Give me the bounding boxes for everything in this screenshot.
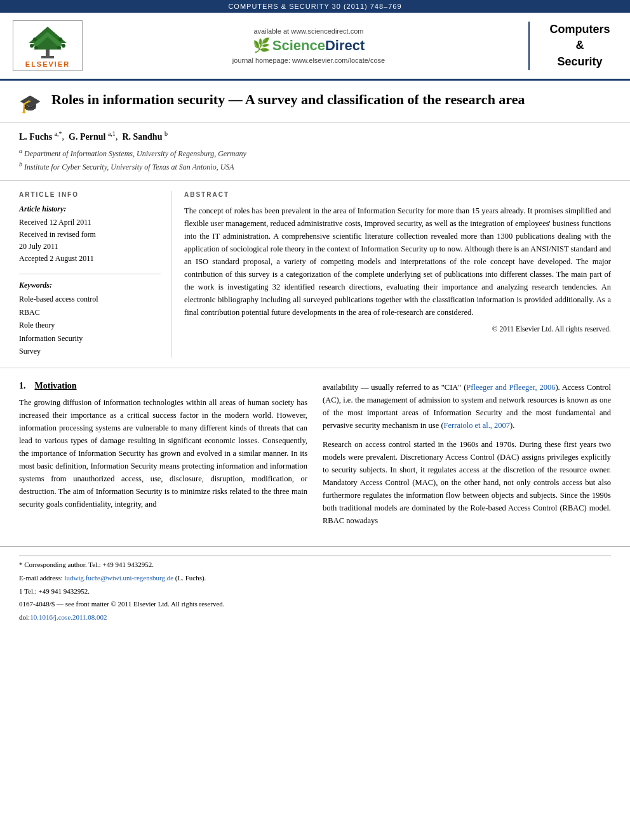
body-left-column: 1. Motivation The growing diffusion of i… bbox=[19, 381, 307, 533]
sciencedirect-text: ScienceDirect bbox=[272, 37, 365, 54]
footer-divider bbox=[19, 556, 611, 556]
author-3: R. Sandhu bbox=[122, 132, 162, 142]
elsevier-wordmark: ELSEVIER bbox=[25, 60, 70, 68]
graduation-icon: 🎓 bbox=[19, 93, 41, 114]
section-1-header: 1. Motivation bbox=[19, 381, 307, 391]
abstract-column: ABSTRACT The concept of roles has been p… bbox=[184, 191, 611, 358]
affiliation-marker-c: b bbox=[164, 130, 168, 137]
svg-point-6 bbox=[58, 37, 62, 41]
journal-homepage-text: journal homepage: www.elsevier.com/locat… bbox=[232, 57, 385, 64]
history-received: Received 12 April 2011 bbox=[19, 217, 161, 229]
journal-citation-bar: COMPUTERS & SECURITY 30 (2011) 748–769 bbox=[0, 0, 630, 13]
section-1-title: Motivation bbox=[35, 381, 77, 390]
sciencedirect-leaf-icon: 🌿 bbox=[253, 37, 270, 54]
svg-point-9 bbox=[34, 46, 38, 50]
issn-line: 0167-4048/$ — see front matter © 2011 El… bbox=[19, 598, 611, 610]
corresponding-author-note: * Corresponding author. Tel.: +49 941 94… bbox=[19, 559, 611, 571]
affiliations: a Department of Information Systems, Uni… bbox=[19, 146, 611, 173]
authors-section: L. Fuchs a,*, G. Pernul a,1, R. Sandhu b… bbox=[0, 123, 630, 181]
author-2: G. Pernul bbox=[69, 132, 105, 142]
footer-notes: * Corresponding author. Tel.: +49 941 94… bbox=[0, 546, 630, 628]
affiliation-1: a Department of Information Systems, Uni… bbox=[19, 146, 611, 159]
journal-header: ELSEVIER available at www.sciencedirect.… bbox=[0, 13, 630, 81]
doi-line: doi:10.1016/j.cose.2011.08.002 bbox=[19, 611, 611, 623]
ref-pfleeger[interactable]: Pfleeger and Pfleeger, 2006 bbox=[466, 383, 555, 392]
history-revised-label: Received in revised form bbox=[19, 229, 161, 241]
affiliation-2: b Institute for Cyber Security, Universi… bbox=[19, 159, 611, 173]
article-title-section: 🎓 Roles in information security — A surv… bbox=[0, 81, 630, 123]
journal-center: available at www.sciencedirect.com 🌿 Sci… bbox=[89, 27, 528, 64]
keyword-1: Role-based access control bbox=[19, 293, 161, 305]
elsevier-tree-icon bbox=[22, 25, 73, 60]
keywords-section: Keywords: Role-based access control RBAC… bbox=[19, 281, 161, 357]
history-revised-date: 20 July 2011 bbox=[19, 241, 161, 253]
ref-ferraiolo[interactable]: Ferraiolo et al., 2007 bbox=[444, 421, 511, 430]
copyright-text: © 2011 Elsevier Ltd. All rights reserved… bbox=[184, 325, 611, 333]
sciencedirect-logo: 🌿 ScienceDirect bbox=[253, 37, 365, 54]
article-info-header: ARTICLE INFO bbox=[19, 191, 161, 198]
keyword-5: Survey bbox=[19, 345, 161, 357]
available-text: available at www.sciencedirect.com bbox=[253, 27, 363, 35]
body-left-text: The growing diffusion of information tec… bbox=[19, 396, 307, 510]
article-info-column: ARTICLE INFO Article history: Received 1… bbox=[19, 191, 171, 358]
elsevier-logo: ELSEVIER bbox=[13, 20, 89, 71]
body-right-column: availability — usually referred to as "C… bbox=[323, 381, 611, 533]
journal-citation-text: COMPUTERS & SECURITY 30 (2011) 748–769 bbox=[228, 3, 401, 10]
section-1-number: 1. bbox=[19, 381, 26, 390]
article-main-title: Roles in information security — A survey… bbox=[51, 91, 525, 109]
body-section: 1. Motivation The growing diffusion of i… bbox=[0, 368, 630, 546]
email-link[interactable]: ludwig.fuchs@wiwi.uni-regensburg.de bbox=[64, 574, 173, 582]
keyword-4: Information Security bbox=[19, 332, 161, 345]
abstract-header: ABSTRACT bbox=[184, 191, 611, 198]
keyword-2: RBAC bbox=[19, 306, 161, 319]
history-accepted: Accepted 2 August 2011 bbox=[19, 253, 161, 265]
authors-line: L. Fuchs a,*, G. Pernul a,1, R. Sandhu b bbox=[19, 130, 611, 142]
svg-point-8 bbox=[62, 44, 65, 48]
author-1: L. Fuchs bbox=[19, 132, 52, 142]
email-line: E-mail address: ludwig.fuchs@wiwi.uni-re… bbox=[19, 572, 611, 584]
tel-note: 1 Tel.: +49 941 9432952. bbox=[19, 585, 611, 597]
corresponding-author-text: * Corresponding author. Tel.: +49 941 94… bbox=[19, 561, 154, 568]
affiliation-marker-a: a,* bbox=[55, 130, 62, 137]
article-info-abstract-section: ARTICLE INFO Article history: Received 1… bbox=[0, 181, 630, 369]
svg-point-7 bbox=[30, 44, 34, 48]
email-author: (L. Fuchs). bbox=[175, 574, 206, 582]
history-label: Article history: bbox=[19, 204, 161, 214]
affiliation-marker-b: a,1 bbox=[108, 130, 116, 137]
keywords-label: Keywords: bbox=[19, 281, 161, 290]
svg-rect-1 bbox=[46, 50, 50, 58]
abstract-text: The concept of roles has been prevalent … bbox=[184, 204, 611, 319]
body-right-text: availability — usually referred to as "C… bbox=[323, 381, 611, 432]
journal-name-text: Computers&Security bbox=[542, 22, 617, 70]
svg-point-10 bbox=[57, 46, 61, 50]
doi-link[interactable]: 10.1016/j.cose.2011.08.002 bbox=[30, 613, 107, 621]
body-right-text-2: Research on access control started in th… bbox=[323, 438, 611, 527]
keyword-3: Role theory bbox=[19, 319, 161, 331]
article-history: Article history: Received 12 April 2011 … bbox=[19, 204, 161, 265]
svg-point-5 bbox=[33, 37, 37, 41]
journal-name-right: Computers&Security bbox=[528, 22, 617, 70]
